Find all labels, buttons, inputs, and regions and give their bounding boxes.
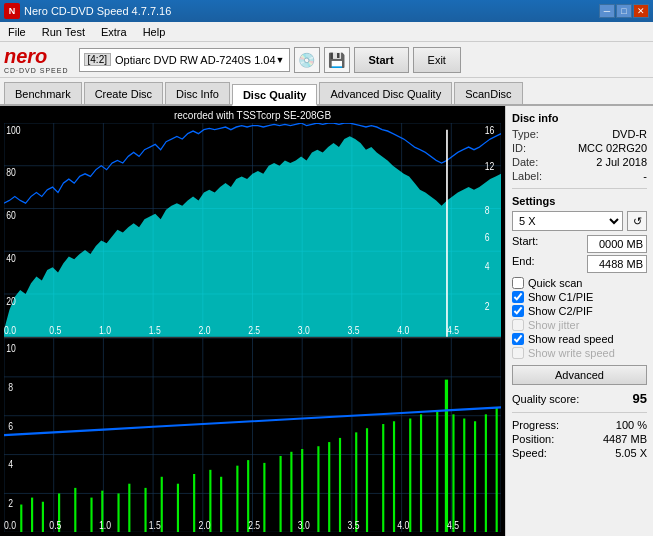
svg-text:2: 2	[485, 300, 490, 312]
svg-text:0.0: 0.0	[4, 519, 16, 531]
menu-run-test[interactable]: Run Test	[38, 25, 89, 39]
disc-label-label: Label:	[512, 170, 542, 182]
close-button[interactable]: ✕	[633, 4, 649, 18]
svg-rect-90	[445, 379, 448, 532]
svg-text:6: 6	[485, 231, 490, 243]
nero-logo: nero	[4, 45, 47, 67]
svg-text:10: 10	[6, 342, 16, 354]
svg-text:3.5: 3.5	[348, 519, 360, 531]
right-panel: Disc info Type: DVD-R ID: MCC 02RG20 Dat…	[505, 106, 653, 536]
drive-selector[interactable]: [4:2] Optiarc DVD RW AD-7240S 1.04 ▼	[79, 48, 290, 72]
end-input[interactable]	[587, 255, 647, 273]
svg-text:100: 100	[6, 124, 21, 136]
tab-disc-quality[interactable]: Disc Quality	[232, 84, 318, 106]
tab-scan-disc[interactable]: ScanDisc	[454, 82, 522, 104]
svg-rect-84	[366, 428, 368, 532]
svg-rect-89	[436, 410, 438, 532]
svg-rect-80	[317, 446, 319, 532]
disc-info-title: Disc info	[512, 112, 647, 124]
svg-text:4.0: 4.0	[397, 324, 410, 336]
menu-file[interactable]: File	[4, 25, 30, 39]
speed-value: 5.05 X	[615, 447, 647, 459]
quick-scan-checkbox[interactable]	[512, 277, 524, 289]
show-jitter-checkbox[interactable]	[512, 319, 524, 331]
type-label: Type:	[512, 128, 539, 140]
start-input[interactable]	[587, 235, 647, 253]
position-value: 4487 MB	[603, 433, 647, 445]
show-write-speed-checkbox[interactable]	[512, 347, 524, 359]
show-c1pie-label: Show C1/PIE	[528, 291, 593, 303]
show-c2pif-checkbox[interactable]	[512, 305, 524, 317]
svg-text:2: 2	[8, 497, 13, 509]
svg-text:6: 6	[8, 419, 13, 431]
svg-rect-93	[474, 421, 476, 532]
start-button[interactable]: Start	[354, 47, 409, 73]
disc-icon-button[interactable]: 💿	[294, 47, 320, 73]
svg-rect-68	[144, 488, 146, 532]
speed-select[interactable]: 5 X 1 X 2 X 4 X 8 X Max	[512, 211, 623, 231]
toolbar: nero CD·DVD SPEED [4:2] Optiarc DVD RW A…	[0, 42, 653, 78]
tab-create-disc[interactable]: Create Disc	[84, 82, 163, 104]
svg-rect-86	[393, 421, 395, 532]
svg-rect-78	[290, 452, 292, 532]
show-write-speed-label: Show write speed	[528, 347, 615, 359]
svg-text:20: 20	[6, 295, 16, 307]
svg-rect-77	[280, 456, 282, 532]
svg-rect-60	[31, 497, 33, 532]
svg-text:0.5: 0.5	[49, 324, 61, 336]
svg-text:3.0: 3.0	[298, 324, 311, 336]
svg-rect-67	[128, 483, 130, 532]
exit-button[interactable]: Exit	[413, 47, 461, 73]
svg-rect-87	[409, 418, 411, 532]
titlebar: N Nero CD-DVD Speed 4.7.7.16 ─ □ ✕	[0, 0, 653, 22]
svg-text:4.0: 4.0	[397, 519, 409, 531]
svg-text:40: 40	[6, 252, 16, 264]
minimize-button[interactable]: ─	[599, 4, 615, 18]
tab-benchmark[interactable]: Benchmark	[4, 82, 82, 104]
tab-advanced-disc-quality[interactable]: Advanced Disc Quality	[319, 82, 452, 104]
progress-value: 100 %	[616, 419, 647, 431]
show-read-speed-checkbox[interactable]	[512, 333, 524, 345]
svg-rect-66	[117, 493, 119, 532]
drive-name: Optiarc DVD RW AD-7240S 1.04	[115, 54, 276, 66]
drive-badge: [4:2]	[84, 53, 111, 66]
chart-area: recorded with TSSTcorp SE-208GB	[0, 106, 505, 536]
menu-help[interactable]: Help	[139, 25, 170, 39]
advanced-button[interactable]: Advanced	[512, 365, 647, 385]
svg-text:2.0: 2.0	[198, 519, 210, 531]
svg-text:8: 8	[8, 380, 13, 392]
svg-text:2.5: 2.5	[248, 519, 260, 531]
svg-text:4.5: 4.5	[447, 324, 459, 336]
svg-rect-88	[420, 414, 422, 532]
speed-label: Speed:	[512, 447, 547, 459]
drive-arrow-icon: ▼	[276, 55, 285, 65]
pie-chart: 100 80 60 40 20 16 12 8 6 4 2 0.0 0.5 1.…	[4, 123, 501, 337]
menu-extra[interactable]: Extra	[97, 25, 131, 39]
show-c2pif-label: Show C2/PIF	[528, 305, 593, 317]
svg-text:1.5: 1.5	[149, 519, 161, 531]
svg-text:8: 8	[485, 204, 490, 216]
maximize-button[interactable]: □	[616, 4, 632, 18]
svg-text:3.0: 3.0	[298, 519, 310, 531]
titlebar-title: Nero CD-DVD Speed 4.7.7.16	[24, 5, 171, 17]
save-icon-button[interactable]: 💾	[324, 47, 350, 73]
end-label: End:	[512, 255, 535, 273]
svg-rect-64	[90, 497, 92, 532]
svg-text:3.5: 3.5	[348, 324, 360, 336]
show-read-speed-label: Show read speed	[528, 333, 614, 345]
svg-rect-91	[452, 414, 454, 532]
svg-rect-92	[463, 418, 465, 532]
tab-disc-info[interactable]: Disc Info	[165, 82, 230, 104]
settings-refresh-button[interactable]: ↺	[627, 211, 647, 231]
svg-text:1.0: 1.0	[99, 519, 111, 531]
svg-rect-76	[263, 463, 265, 532]
tab-bar: Benchmark Create Disc Disc Info Disc Qua…	[0, 78, 653, 106]
app-icon: N	[4, 3, 20, 19]
svg-rect-74	[236, 465, 238, 532]
show-c1pie-checkbox[interactable]	[512, 291, 524, 303]
progress-label: Progress:	[512, 419, 559, 431]
svg-text:1.5: 1.5	[149, 324, 161, 336]
quick-scan-label: Quick scan	[528, 277, 582, 289]
settings-title: Settings	[512, 195, 647, 207]
svg-text:16: 16	[485, 124, 495, 136]
